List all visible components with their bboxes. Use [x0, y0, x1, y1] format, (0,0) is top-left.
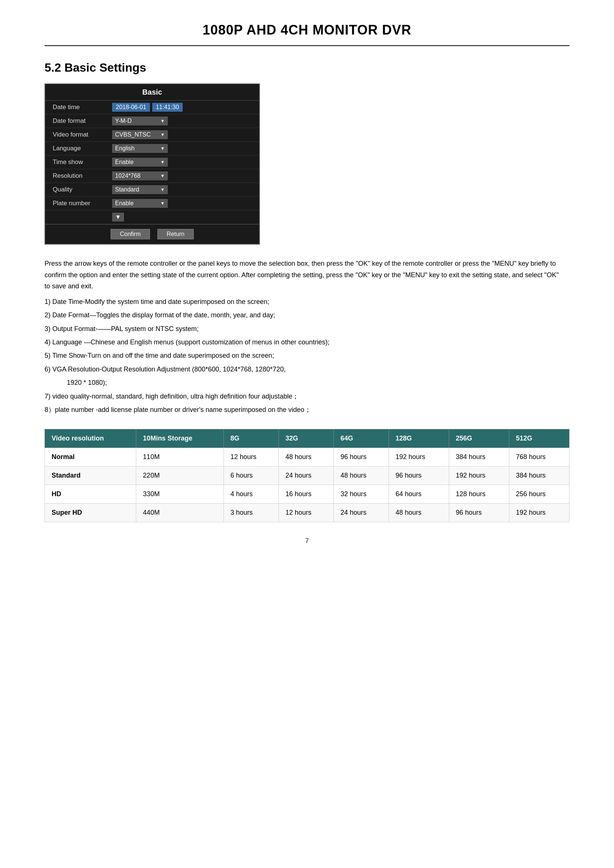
table-row-standard: Standard 220M 6 hours 24 hours 48 hours … [45, 467, 569, 485]
td-normal-256g: 384 hours [449, 448, 509, 467]
list-item-8: 8）plate number -add license plate number… [45, 404, 564, 415]
th-64g: 64G [334, 429, 389, 448]
dvr-value-datetime: 2018-06-01 11:41:30 [112, 103, 183, 112]
storage-table: Video resolution 10Mins Storage 8G 32G 6… [45, 429, 569, 522]
dropdown-arrow-videoformat: ▼ [160, 132, 165, 137]
th-512g: 512G [509, 429, 569, 448]
dvr-value-timeshow: Enable ▼ [112, 158, 168, 167]
dvr-row-videoformat: Video format CVBS_NTSC ▼ [45, 128, 259, 142]
dvr-select-resolution[interactable]: 1024*768 ▼ [112, 172, 168, 180]
list-item-5: 5) Time Show-Turn on and off the time an… [45, 350, 564, 361]
dvr-row-resolution: Resolution 1024*768 ▼ [45, 169, 259, 183]
dvr-value-down: ▼ [112, 212, 124, 222]
dropdown-arrow-language: ▼ [160, 146, 165, 151]
dvr-row-down: ▼ [45, 211, 259, 224]
list-item-7: 7) video quality-normal, standard, high … [45, 391, 564, 402]
dvr-label-language: Language [53, 145, 112, 152]
td-superhd-8g: 3 hours [223, 504, 278, 522]
title-divider [45, 45, 569, 46]
dvr-value-dateformat: Y-M-D ▼ [112, 116, 168, 126]
td-superhd-128g: 48 hours [389, 504, 449, 522]
dvr-value-resolution: 1024*768 ▼ [112, 172, 168, 180]
td-normal-512g: 768 hours [509, 448, 569, 467]
td-normal-128g: 192 hours [389, 448, 449, 467]
dvr-value-quality: Standard ▼ [112, 185, 168, 194]
dvr-label-datetime: Date time [53, 104, 112, 111]
td-normal-64g: 96 hours [334, 448, 389, 467]
table-row-normal: Normal 110M 12 hours 48 hours 96 hours 1… [45, 448, 569, 467]
dvr-row-datetime: Date time 2018-06-01 11:41:30 [45, 101, 259, 114]
td-superhd-32g: 12 hours [278, 504, 333, 522]
dvr-select-dateformat[interactable]: Y-M-D ▼ [112, 116, 168, 126]
td-hd-label: HD [45, 485, 136, 504]
dvr-select-timeshow[interactable]: Enable ▼ [112, 158, 168, 167]
td-hd-128g: 64 hours [389, 485, 449, 504]
dvr-label-quality: Quality [53, 186, 112, 193]
dvr-label-videoformat: Video format [53, 131, 112, 138]
list-item-6-cont: 1920 * 1080); [67, 377, 564, 389]
dvr-panel-footer: Confirm Return [45, 224, 259, 244]
td-hd-32g: 16 hours [278, 485, 333, 504]
dvr-select-quality[interactable]: Standard ▼ [112, 185, 168, 194]
list-item-1: 1) Date Time-Modify the system time and … [45, 296, 564, 308]
th-32g: 32G [278, 429, 333, 448]
section-title: 5.2 Basic Settings [45, 61, 569, 74]
dvr-settings-panel: Basic Date time 2018-06-01 11:41:30 Date… [45, 84, 260, 245]
dvr-select-platenumber[interactable]: Enable ▼ [112, 199, 168, 208]
table-row-superhd: Super HD 440M 3 hours 12 hours 24 hours … [45, 504, 569, 522]
td-hd-64g: 32 hours [334, 485, 389, 504]
td-superhd-64g: 24 hours [334, 504, 389, 522]
dvr-date[interactable]: 2018-06-01 [112, 103, 150, 112]
list-item-6: 6) VGA Resolution-Output Resolution Adju… [45, 363, 564, 375]
dvr-row-timeshow: Time show Enable ▼ [45, 155, 259, 169]
dvr-value-platenumber: Enable ▼ [112, 199, 168, 208]
dropdown-arrow-dateformat: ▼ [160, 118, 165, 124]
dvr-label-resolution: Resolution [53, 172, 112, 180]
td-hd-8g: 4 hours [223, 485, 278, 504]
list-item-4: 4) Language —Chinese and English menus (… [45, 336, 564, 348]
td-normal-label: Normal [45, 448, 136, 467]
td-superhd-storage: 440M [136, 504, 224, 522]
td-normal-32g: 48 hours [278, 448, 333, 467]
dropdown-arrow-timeshow: ▼ [160, 160, 165, 165]
description-intro: Press the arrow keys of the remote contr… [45, 258, 564, 292]
dropdown-arrow-platenumber: ▼ [160, 201, 165, 206]
dvr-time[interactable]: 11:41:30 [152, 103, 183, 112]
td-standard-64g: 48 hours [334, 467, 389, 485]
td-standard-8g: 6 hours [223, 467, 278, 485]
dvr-row-platenumber: Plate number Enable ▼ [45, 197, 259, 211]
list-item-3: 3) Output Format-——PAL system or NTSC sy… [45, 323, 564, 335]
th-video-resolution: Video resolution [45, 429, 136, 448]
dvr-value-language: English ▼ [112, 144, 168, 153]
list-item-2: 2) Date Format—Toggles the display forma… [45, 309, 564, 321]
th-256g: 256G [449, 429, 509, 448]
dvr-select-videoformat[interactable]: CVBS_NTSC ▼ [112, 130, 168, 139]
dvr-down-button[interactable]: ▼ [112, 212, 124, 222]
td-superhd-256g: 96 hours [449, 504, 509, 522]
th-128g: 128G [389, 429, 449, 448]
dvr-row-dateformat: Date format Y-M-D ▼ [45, 114, 259, 128]
td-hd-256g: 128 hours [449, 485, 509, 504]
dvr-value-videoformat: CVBS_NTSC ▼ [112, 130, 168, 139]
page-number: 7 [45, 537, 569, 545]
td-standard-512g: 384 hours [509, 467, 569, 485]
dvr-row-quality: Quality Standard ▼ [45, 183, 259, 197]
table-header-row: Video resolution 10Mins Storage 8G 32G 6… [45, 429, 569, 448]
td-standard-32g: 24 hours [278, 467, 333, 485]
td-standard-256g: 192 hours [449, 467, 509, 485]
td-hd-512g: 256 hours [509, 485, 569, 504]
dvr-row-language: Language English ▼ [45, 142, 259, 155]
td-superhd-512g: 192 hours [509, 504, 569, 522]
td-standard-128g: 96 hours [389, 467, 449, 485]
dvr-label-timeshow: Time show [53, 158, 112, 166]
dvr-select-language[interactable]: English ▼ [112, 144, 168, 153]
confirm-button[interactable]: Confirm [111, 229, 150, 239]
td-standard-storage: 220M [136, 467, 224, 485]
return-button[interactable]: Return [157, 229, 194, 239]
td-normal-8g: 12 hours [223, 448, 278, 467]
description-list: 1) Date Time-Modify the system time and … [45, 296, 564, 416]
td-normal-storage: 110M [136, 448, 224, 467]
page-title: 1080P AHD 4CH MONITOR DVR [45, 22, 569, 38]
td-superhd-label: Super HD [45, 504, 136, 522]
table-row-hd: HD 330M 4 hours 16 hours 32 hours 64 hou… [45, 485, 569, 504]
